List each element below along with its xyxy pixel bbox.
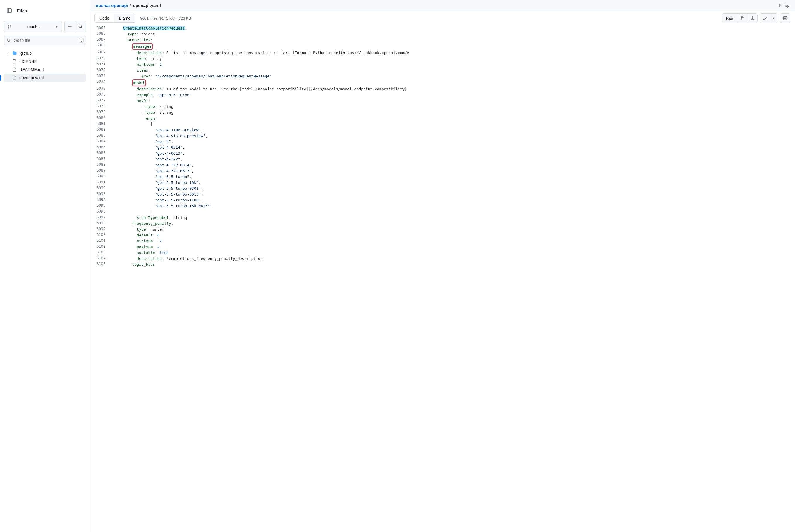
line-content: "gpt-4", bbox=[111, 139, 795, 145]
file-icon bbox=[12, 67, 17, 72]
code-line[interactable]: 6068 messages: bbox=[90, 43, 795, 50]
code-line[interactable]: 6078 - type: string bbox=[90, 104, 795, 110]
line-number: 6066 bbox=[90, 31, 111, 37]
code-line[interactable]: 6086 "gpt-4-0613", bbox=[90, 151, 795, 156]
line-content: items: bbox=[111, 68, 795, 73]
line-number: 6097 bbox=[90, 215, 111, 221]
download-icon bbox=[750, 16, 755, 20]
line-content: "gpt-4-32k-0314", bbox=[111, 162, 795, 168]
line-number: 6072 bbox=[90, 68, 111, 73]
file-tree-sidebar: Files master ▼ t ›.gi bbox=[0, 0, 90, 532]
search-button[interactable] bbox=[75, 21, 86, 32]
edit-button[interactable] bbox=[760, 14, 770, 22]
code-line[interactable]: 6070 type: array bbox=[90, 56, 795, 62]
tab-code[interactable]: Code bbox=[95, 14, 114, 22]
code-line[interactable]: 6103 nullable: true bbox=[90, 250, 795, 256]
code-view[interactable]: 6065 CreateChatCompletionRequest:6066 ty… bbox=[90, 25, 795, 532]
code-line[interactable]: 6094 "gpt-3.5-turbo-1106", bbox=[90, 197, 795, 203]
line-number: 6073 bbox=[90, 73, 111, 79]
svg-point-6 bbox=[7, 39, 10, 41]
kbd-hint: t bbox=[79, 38, 84, 43]
code-line[interactable]: 6098 frequency_penalty: bbox=[90, 221, 795, 227]
code-line[interactable]: 6065 CreateChatCompletionRequest: bbox=[90, 25, 795, 31]
svg-rect-9 bbox=[783, 17, 787, 20]
line-number: 6090 bbox=[90, 174, 111, 180]
code-line[interactable]: 6085 "gpt-4-0314", bbox=[90, 145, 795, 151]
code-line[interactable]: 6076 example: "gpt-3.5-turbo" bbox=[90, 92, 795, 98]
breadcrumb-repo[interactable]: openai-openapi bbox=[96, 3, 128, 8]
code-line[interactable]: 6091 "gpt-3.5-turbo-16k", bbox=[90, 180, 795, 186]
line-number: 6065 bbox=[90, 25, 111, 31]
code-line[interactable]: 6100 default: 0 bbox=[90, 232, 795, 238]
tab-blame[interactable]: Blame bbox=[114, 14, 135, 22]
code-line[interactable]: 6096 ] bbox=[90, 209, 795, 215]
line-content: type: number bbox=[111, 227, 795, 232]
code-line[interactable]: 6102 maximum: 2 bbox=[90, 244, 795, 250]
code-line[interactable]: 6066 type: object bbox=[90, 31, 795, 37]
line-content: default: 0 bbox=[111, 232, 795, 238]
line-content: [ bbox=[111, 121, 795, 127]
code-line[interactable]: 6092 "gpt-3.5-turbo-0301", bbox=[90, 186, 795, 191]
folder-icon bbox=[12, 51, 17, 56]
raw-button[interactable]: Raw bbox=[722, 14, 737, 22]
code-line[interactable]: 6105 logit_bias: bbox=[90, 262, 795, 267]
code-line[interactable]: 6081 [ bbox=[90, 121, 795, 127]
code-line[interactable]: 6083 "gpt-4-vision-preview", bbox=[90, 133, 795, 139]
code-line[interactable]: 6072 items: bbox=[90, 68, 795, 73]
tree-item--github[interactable]: ›.github bbox=[3, 49, 86, 57]
line-number: 6069 bbox=[90, 50, 111, 56]
line-content: "gpt-3.5-turbo-0301", bbox=[111, 186, 795, 191]
code-line[interactable]: 6099 type: number bbox=[90, 227, 795, 232]
code-line[interactable]: 6089 "gpt-4-32k-0613", bbox=[90, 168, 795, 174]
code-line[interactable]: 6101 minimum: -2 bbox=[90, 238, 795, 244]
code-line[interactable]: 6079 - type: string bbox=[90, 110, 795, 115]
file-filter-input[interactable] bbox=[3, 36, 86, 45]
code-line[interactable]: 6077 anyOf: bbox=[90, 98, 795, 104]
tree-item-openapi-yaml[interactable]: openapi.yaml bbox=[3, 74, 86, 82]
panel-icon bbox=[7, 8, 12, 13]
code-line[interactable]: 6090 "gpt-3.5-turbo", bbox=[90, 174, 795, 180]
tree-item-LICENSE[interactable]: LICENSE bbox=[3, 57, 86, 65]
code-line[interactable]: 6097 x-oaiTypeLabel: string bbox=[90, 215, 795, 221]
pencil-icon bbox=[763, 16, 768, 20]
code-line[interactable]: 6104 description: *completions_frequency… bbox=[90, 256, 795, 262]
line-content: frequency_penalty: bbox=[111, 221, 795, 227]
code-line[interactable]: 6080 enum: bbox=[90, 115, 795, 121]
toggle-sidebar-button[interactable] bbox=[5, 6, 14, 15]
line-content: description: A list of messages comprisi… bbox=[111, 50, 795, 56]
search-icon bbox=[78, 24, 83, 29]
sidebar-title: Files bbox=[17, 8, 27, 13]
line-content: "gpt-3.5-turbo-16k-0613", bbox=[111, 203, 795, 209]
add-file-button[interactable] bbox=[64, 21, 75, 32]
copy-button[interactable] bbox=[737, 14, 747, 22]
line-number: 6095 bbox=[90, 203, 111, 209]
code-line[interactable]: 6071 minItems: 1 bbox=[90, 62, 795, 68]
code-line[interactable]: 6087 "gpt-4-32k", bbox=[90, 156, 795, 162]
symbols-button[interactable] bbox=[780, 14, 790, 22]
line-content: type: object bbox=[111, 31, 795, 37]
line-number: 6083 bbox=[90, 133, 111, 139]
code-line[interactable]: 6082 "gpt-4-1106-preview", bbox=[90, 127, 795, 133]
download-button[interactable] bbox=[747, 14, 757, 22]
branch-name: master bbox=[14, 24, 53, 29]
code-line[interactable]: 6074 model: bbox=[90, 79, 795, 86]
code-line[interactable]: 6067 properties: bbox=[90, 37, 795, 43]
code-line[interactable]: 6095 "gpt-3.5-turbo-16k-0613", bbox=[90, 203, 795, 209]
code-line[interactable]: 6069 description: A list of messages com… bbox=[90, 50, 795, 56]
line-number: 6067 bbox=[90, 37, 111, 43]
code-line[interactable]: 6075 description: ID of the model to use… bbox=[90, 86, 795, 92]
line-number: 6077 bbox=[90, 98, 111, 104]
branch-select[interactable]: master ▼ bbox=[3, 21, 62, 32]
tree-item-label: .github bbox=[19, 51, 32, 56]
code-line[interactable]: 6073 $ref: "#/components/schemas/ChatCom… bbox=[90, 73, 795, 79]
edit-dropdown-button[interactable]: ▼ bbox=[770, 14, 777, 22]
tree-item-README-md[interactable]: README.md bbox=[3, 65, 86, 74]
line-number: 6070 bbox=[90, 56, 111, 62]
code-line[interactable]: 6084 "gpt-4", bbox=[90, 139, 795, 145]
code-line[interactable]: 6093 "gpt-3.5-turbo-0613", bbox=[90, 191, 795, 197]
line-content: "gpt-4-32k-0613", bbox=[111, 168, 795, 174]
line-content: "gpt-3.5-turbo", bbox=[111, 174, 795, 180]
main-content: openai-openapi / openapi.yaml Top Code B… bbox=[90, 0, 795, 532]
scroll-top-button[interactable]: Top bbox=[778, 3, 789, 7]
code-line[interactable]: 6088 "gpt-4-32k-0314", bbox=[90, 162, 795, 168]
